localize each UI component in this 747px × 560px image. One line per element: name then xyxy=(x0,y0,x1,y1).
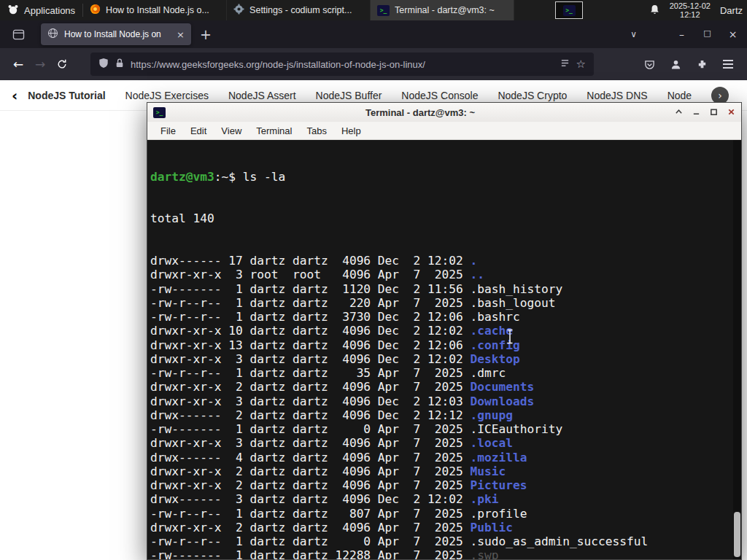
firefox-toolbar: ← → https://www.geeksforgeeks.org/node-j… xyxy=(0,48,747,80)
prompt-suffix: :~$ xyxy=(214,170,243,184)
nav-link-node-truncated[interactable]: Node xyxy=(667,90,692,101)
maximize-button[interactable] xyxy=(710,106,718,119)
firefox-icon xyxy=(90,4,101,17)
terminal-screen[interactable]: dartz@vm3:~$ ls -la total 140 drwx------… xyxy=(147,140,741,559)
taskbar-item-firefox[interactable]: How to Install Node.js o... xyxy=(83,0,227,20)
terminal-listing: drwx------ 17 dartz dartz 4096 Dec 2 12:… xyxy=(150,254,741,559)
nav-link-nodejs-exercises[interactable]: NodeJS Exercises xyxy=(125,90,209,101)
globe-icon xyxy=(47,28,58,41)
minimize-button[interactable]: – xyxy=(669,28,694,40)
terminal-line: drwxr-xr-x 3 dartz dartz 4096 Dec 2 12:0… xyxy=(150,394,741,408)
taskbar-item-settings[interactable]: Settings - codium script... xyxy=(227,0,371,20)
terminal-menubar: File Edit View Terminal Tabs Help xyxy=(147,122,741,140)
terminal-line: drwxr-xr-x 13 dartz dartz 4096 Dec 2 12:… xyxy=(150,338,741,352)
close-button[interactable]: × xyxy=(720,28,746,40)
scrollbar-thumb[interactable] xyxy=(734,512,740,557)
pocket-icon[interactable] xyxy=(639,53,659,75)
terminal-line: -rw-r--r-- 1 dartz dartz 3730 Dec 2 12:0… xyxy=(150,310,741,324)
terminal-line: drwxr-xr-x 3 dartz dartz 4096 Apr 7 2025… xyxy=(150,436,741,450)
tab-close-icon[interactable]: × xyxy=(177,29,185,40)
applications-label: Applications xyxy=(24,5,75,16)
close-button[interactable] xyxy=(727,106,735,119)
terminal-window: >_ Terminal - dartz@vm3: ~ File Edit Vie… xyxy=(147,102,742,560)
prompt-user-host: dartz@vm3 xyxy=(150,170,214,184)
terminal-line: -rw-r--r-- 1 dartz dartz 220 Apr 7 2025 … xyxy=(150,296,741,310)
terminal-line: drwx------ 3 dartz dartz 4096 Dec 2 12:0… xyxy=(150,492,741,506)
url-bar[interactable]: https://www.geeksforgeeks.org/node-js/in… xyxy=(90,52,594,76)
panel-status-area: 2025-12-02 12:12 Dartz xyxy=(649,1,747,20)
panel-user-label: Dartz xyxy=(720,5,743,16)
top-panel: Applications How to Install Node.js o...… xyxy=(0,0,747,20)
terminal-line: drwxr-xr-x 2 dartz dartz 4096 Apr 7 2025… xyxy=(150,464,741,478)
account-icon[interactable] xyxy=(665,53,686,75)
terminal-line: -rw------- 1 dartz dartz 1120 Dec 2 11:5… xyxy=(150,282,741,296)
terminal-window-title: Terminal - dartz@vm3: ~ xyxy=(166,107,675,118)
clock-time: 12:12 xyxy=(670,10,711,20)
terminal-window-controls xyxy=(675,106,735,119)
menu-terminal[interactable]: Terminal xyxy=(249,124,299,138)
back-button[interactable]: ← xyxy=(7,53,29,75)
notification-bell-icon[interactable] xyxy=(649,4,660,18)
nav-link-nodejs-dns[interactable]: NodeJS DNS xyxy=(587,90,647,101)
terminal-command: ls -la xyxy=(243,170,285,184)
firefox-window-controls: – □ × xyxy=(669,28,746,40)
hamburger-icon xyxy=(723,60,733,69)
panel-clock[interactable]: 2025-12-02 12:12 xyxy=(670,1,711,20)
terminal-line: drwxr-xr-x 10 dartz dartz 4096 Dec 2 12:… xyxy=(150,324,741,338)
terminal-line: drwxr-xr-x 2 dartz dartz 4096 Apr 7 2025… xyxy=(150,380,741,394)
nav-link-nodejs-tutorial[interactable]: NodeJS Tutorial xyxy=(28,90,105,101)
terminal-line: drwx------ 4 dartz dartz 4096 Apr 7 2025… xyxy=(150,451,741,464)
applications-menu[interactable]: Applications xyxy=(0,0,82,20)
terminal-line: -rw-r--r-- 1 dartz dartz 807 Apr 7 2025 … xyxy=(150,507,741,521)
bookmark-star-icon[interactable]: ☆ xyxy=(576,58,586,71)
terminal-line: drwxr-xr-x 3 root root 4096 Apr 7 2025 .… xyxy=(150,268,741,281)
shade-button[interactable] xyxy=(675,106,683,119)
menu-edit[interactable]: Edit xyxy=(183,124,214,138)
text-cursor xyxy=(463,315,514,362)
new-tab-button[interactable]: + xyxy=(200,26,212,42)
extensions-icon[interactable] xyxy=(692,53,712,75)
reader-mode-icon[interactable] xyxy=(560,58,570,70)
terminal-line: drwxr-xr-x 2 dartz dartz 4096 Apr 7 2025… xyxy=(150,521,741,534)
nav-link-nodejs-buffer[interactable]: NodeJS Buffer xyxy=(316,90,382,101)
terminal-titlebar[interactable]: >_ Terminal - dartz@vm3: ~ xyxy=(147,103,741,122)
taskbar-item-terminal[interactable]: >_ Terminal - dartz@vm3: ~ xyxy=(371,0,514,20)
workspace-pager[interactable]: >_ xyxy=(555,1,583,19)
terminal-scrollbar[interactable] xyxy=(733,140,741,559)
terminal-line: drwx------ 2 dartz dartz 4096 Dec 2 12:1… xyxy=(150,408,741,422)
lock-icon[interactable] xyxy=(115,58,124,71)
firefox-view-icon[interactable] xyxy=(9,25,28,44)
clock-date: 2025-12-02 xyxy=(670,1,711,11)
forward-button[interactable]: → xyxy=(29,53,51,75)
nav-link-nodejs-assert[interactable]: NodeJS Assert xyxy=(228,90,296,101)
menu-button[interactable] xyxy=(718,53,738,75)
terminal-window-icon: >_ xyxy=(563,5,576,16)
tracking-shield-icon[interactable] xyxy=(98,58,109,71)
menu-help[interactable]: Help xyxy=(334,124,368,138)
applications-icon xyxy=(7,4,19,18)
url-text: https://www.geeksforgeeks.org/node-js/in… xyxy=(131,59,554,70)
reload-button[interactable] xyxy=(51,53,73,75)
chevron-left-icon[interactable]: ‹ xyxy=(12,87,18,104)
terminal-icon: >_ xyxy=(377,5,390,16)
browser-tab[interactable]: How to Install Node.js on × xyxy=(41,23,191,45)
menu-file[interactable]: File xyxy=(153,124,183,138)
minimize-button[interactable] xyxy=(692,106,700,119)
maximize-button[interactable]: □ xyxy=(694,28,720,40)
gear-icon xyxy=(233,4,244,17)
menu-tabs[interactable]: Tabs xyxy=(299,124,333,138)
chevron-right-icon[interactable]: › xyxy=(711,87,729,104)
nav-link-nodejs-console[interactable]: NodeJS Console xyxy=(401,90,478,101)
menu-view[interactable]: View xyxy=(214,124,249,138)
list-all-tabs-icon[interactable]: ∨ xyxy=(630,29,637,39)
terminal-line: -rw------- 1 dartz dartz 0 Apr 7 2025 .I… xyxy=(150,422,741,436)
terminal-titlebar-icon: >_ xyxy=(153,107,166,118)
terminal-line: drwxr-xr-x 2 dartz dartz 4096 Apr 7 2025… xyxy=(150,478,741,492)
terminal-total-line: total 140 xyxy=(150,211,741,225)
nav-link-nodejs-crypto[interactable]: NodeJS Crypto xyxy=(498,90,567,101)
terminal-prompt-line: dartz@vm3:~$ ls -la xyxy=(150,170,741,184)
terminal-line: drwxr-xr-x 3 dartz dartz 4096 Dec 2 12:0… xyxy=(150,352,741,366)
terminal-line: drwx------ 17 dartz dartz 4096 Dec 2 12:… xyxy=(150,254,741,268)
terminal-line: -rw------- 1 dartz dartz 12288 Apr 7 202… xyxy=(150,548,741,559)
tab-title: How to Install Node.js on xyxy=(64,29,171,39)
